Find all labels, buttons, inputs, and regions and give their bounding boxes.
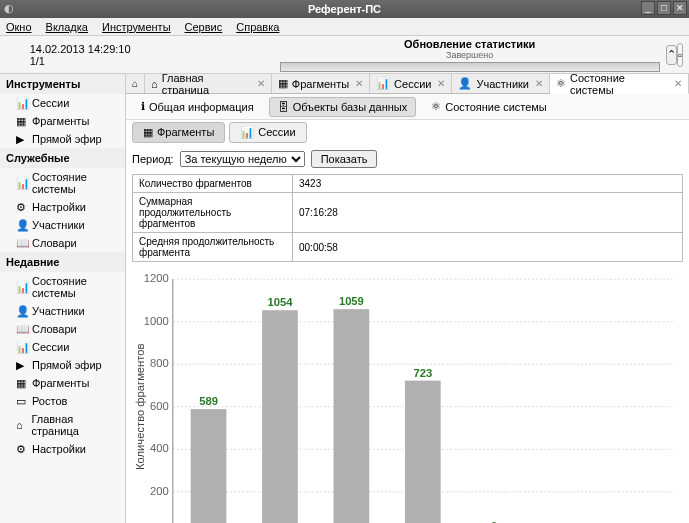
frag-icon: ▦ — [143, 126, 153, 139]
frag-icon: ▦ — [16, 377, 28, 389]
scroll-up-button[interactable]: ⌃ — [666, 45, 677, 65]
home-icon: ⌂ — [151, 78, 158, 90]
sys-icon: ⚛ — [431, 100, 441, 113]
maximize-button[interactable]: □ — [657, 1, 671, 15]
frag-icon: ▦ — [16, 115, 28, 127]
stat-label: Количество фрагментов — [133, 175, 293, 193]
app-icon: ◐ — [4, 2, 14, 15]
tab[interactable]: ▦Фрагменты✕ — [272, 74, 370, 93]
menu-service[interactable]: Сервис — [185, 21, 223, 33]
info-icon: ℹ — [141, 100, 145, 113]
subtab[interactable]: ▦Фрагменты — [132, 122, 225, 143]
home-icon: ⌂ — [16, 419, 27, 431]
subtoolbar-label: Общая информация — [149, 101, 254, 113]
sidebar-item[interactable]: ⌂Главная страница — [0, 410, 125, 440]
bar — [191, 409, 227, 523]
bar-chart: 020040060080010001200589Monday1054Tuesda… — [132, 268, 683, 523]
tab-label: Участники — [476, 78, 529, 90]
subtab-label: Сессии — [258, 126, 295, 138]
db-icon: 🗄 — [278, 101, 289, 113]
bar — [334, 309, 370, 523]
sidebar-item[interactable]: 👤Участники — [0, 216, 125, 234]
sidebar-item[interactable]: 📖Словари — [0, 320, 125, 338]
sidebar-item[interactable]: ▶Прямой эфир — [0, 356, 125, 374]
subtoolbar-button[interactable]: ⚛Состояние системы — [422, 96, 556, 117]
tab-label: Сессии — [394, 78, 431, 90]
tab-label: Фрагменты — [292, 78, 349, 90]
sidebar-group-header: Недавние — [0, 252, 125, 272]
gear-icon: ⚙ — [16, 201, 28, 213]
live-icon: ▶ — [16, 359, 28, 371]
sidebar-item-label: Прямой эфир — [32, 133, 102, 145]
subtoolbar-button[interactable]: ℹОбщая информация — [132, 96, 263, 117]
tab-label: Главная страница — [162, 72, 251, 96]
tab-home-icon[interactable]: ⌂ — [126, 74, 145, 93]
toolbar-status-title: Обновление статистики — [404, 38, 535, 50]
menu-tab[interactable]: Вкладка — [46, 21, 88, 33]
sidebar-group-header: Служебные — [0, 148, 125, 168]
subtab-label: Фрагменты — [157, 126, 214, 138]
frag-icon: ▦ — [278, 77, 288, 90]
sidebar-item-label: Участники — [32, 305, 85, 317]
stat-label: Суммарная продолжительность фрагментов — [133, 193, 293, 233]
svg-text:200: 200 — [150, 485, 169, 497]
bar-label: 723 — [413, 367, 432, 379]
sidebar-item-label: Сессии — [32, 97, 69, 109]
sidebar-item[interactable]: 👤Участники — [0, 302, 125, 320]
content-area: ⌂ ⌂Главная страница✕▦Фрагменты✕📊Сессии✕👤… — [126, 74, 689, 523]
sidebar-item[interactable]: ▶Прямой эфир — [0, 130, 125, 148]
sidebar-item-label: Прямой эфир — [32, 359, 102, 371]
menu-window[interactable]: Окно — [6, 21, 32, 33]
sidebar-item[interactable]: ▦Фрагменты — [0, 112, 125, 130]
tab[interactable]: ⚛Состояние системы✕ — [550, 74, 689, 94]
bar-label: 1054 — [267, 296, 293, 308]
tab-bar: ⌂ ⌂Главная страница✕▦Фрагменты✕📊Сессии✕👤… — [126, 74, 689, 94]
sidebar-item-label: Сессии — [32, 341, 69, 353]
tab[interactable]: 👤Участники✕ — [452, 74, 550, 93]
sidebar-item[interactable]: ⚙Настройки — [0, 440, 125, 458]
book-icon: 📖 — [16, 237, 28, 249]
toolbar-right-button[interactable]: ▫ — [677, 43, 683, 67]
page-icon: ▭ — [16, 395, 28, 407]
tab-label: Состояние системы — [570, 72, 668, 96]
close-icon[interactable]: ✕ — [355, 78, 363, 89]
sidebar-item[interactable]: 📖Словари — [0, 234, 125, 252]
sidebar-item[interactable]: 📊Состояние системы — [0, 168, 125, 198]
sidebar-item[interactable]: 📊Сессии — [0, 338, 125, 356]
menubar: Окно Вкладка Инструменты Сервис Справка — [0, 18, 689, 36]
chart-icon: 📊 — [376, 77, 390, 90]
sidebar-item[interactable]: ▦Фрагменты — [0, 374, 125, 392]
table-row: Суммарная продолжительность фрагментов07… — [133, 193, 683, 233]
sidebar-item[interactable]: 📊Сессии — [0, 94, 125, 112]
minimize-button[interactable]: _ — [641, 1, 655, 15]
close-button[interactable]: ✕ — [673, 1, 687, 15]
user-icon: 👤 — [458, 77, 472, 90]
close-icon[interactable]: ✕ — [437, 78, 445, 89]
subtoolbar-label: Состояние системы — [445, 101, 547, 113]
sidebar-item-label: Словари — [32, 323, 77, 335]
svg-text:1000: 1000 — [144, 315, 169, 327]
sub-tabs: ▦Фрагменты📊Сессии — [126, 120, 689, 144]
chart-icon: 📊 — [240, 126, 254, 139]
svg-text:600: 600 — [150, 400, 169, 412]
close-icon[interactable]: ✕ — [674, 78, 682, 89]
book-icon: 📖 — [16, 323, 28, 335]
sidebar-item-label: Ростов — [32, 395, 67, 407]
period-select[interactable]: За текущую неделю — [180, 151, 305, 167]
menu-tools[interactable]: Инструменты — [102, 21, 171, 33]
menu-help[interactable]: Справка — [236, 21, 279, 33]
y-axis-label: Количество фрагментов — [134, 343, 146, 470]
sidebar-item-label: Настройки — [32, 201, 86, 213]
sidebar-item[interactable]: 📊Состояние системы — [0, 272, 125, 302]
sidebar-item-label: Главная страница — [31, 413, 119, 437]
show-button[interactable]: Показать — [311, 150, 378, 168]
subtab[interactable]: 📊Сессии — [229, 122, 306, 143]
close-icon[interactable]: ✕ — [535, 78, 543, 89]
sidebar-item[interactable]: ⚙Настройки — [0, 198, 125, 216]
tab[interactable]: 📊Сессии✕ — [370, 74, 452, 93]
svg-text:1200: 1200 — [144, 272, 169, 284]
close-icon[interactable]: ✕ — [257, 78, 265, 89]
sidebar-item[interactable]: ▭Ростов — [0, 392, 125, 410]
tab[interactable]: ⌂Главная страница✕ — [145, 74, 272, 93]
subtoolbar-button[interactable]: 🗄Объекты базы данных — [269, 97, 417, 117]
